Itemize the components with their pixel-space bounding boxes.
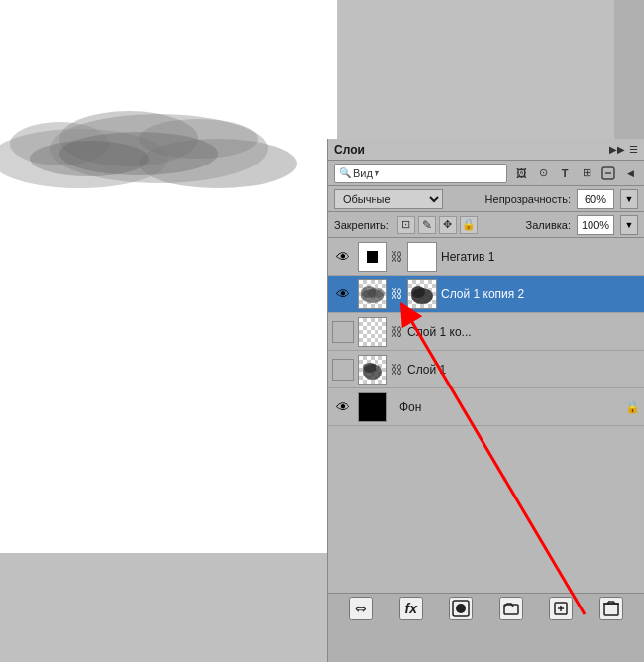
layer-row-sloi1kopiya[interactable]: ⛓ Слой 1 ко... [328, 313, 644, 351]
lock-icons-group: ⊡ ✎ ✥ 🔒 [397, 216, 478, 234]
delete-layer-icon [602, 600, 620, 617]
negativ-mask-svg [408, 243, 436, 271]
sloi1-thumb-svg [359, 356, 386, 384]
layer-mask-sloi1kopiya2 [407, 279, 437, 309]
svg-point-21 [456, 604, 466, 613]
layer-eye-sloi1kopiya2[interactable]: 👁 [332, 283, 354, 305]
layer-chain-sloi1kopiya2[interactable]: ⛓ [391, 287, 403, 301]
layer-name-fon: Фон [399, 400, 621, 414]
negativ-thumb-svg [359, 243, 386, 271]
lock-transparent-btn[interactable]: ⊡ [397, 216, 415, 234]
search-dropdown-arrow[interactable]: ▼ [373, 168, 381, 178]
search-box[interactable]: 🔍 Вид ▼ [334, 164, 507, 183]
layer-mask-negativ1 [407, 242, 437, 272]
blend-opacity-toolbar: Обычные Умножение Экран Непрозрачность: … [328, 186, 644, 212]
lock-paint-btn[interactable]: ✎ [418, 216, 436, 234]
filter-text-btn[interactable]: T [555, 164, 575, 183]
delete-layer-btn[interactable] [599, 597, 623, 620]
svg-point-17 [411, 286, 425, 298]
layer-row-negativ1[interactable]: 👁 ⛓ Негатив 1 [328, 238, 644, 276]
canvas-white [0, 0, 337, 553]
layer-name-sloi1: Слой 1 [407, 363, 640, 377]
filter-icons: 🖼 ⊙ T ⊞ [511, 164, 618, 183]
filter-toolbar: 🔍 Вид ▼ 🖼 ⊙ T ⊞ ◀ [328, 161, 644, 186]
layer-thumb-fon [358, 392, 387, 422]
layer-row-sloi1[interactable]: ⛓ Слой 1 [328, 351, 644, 388]
add-mask-icon [452, 600, 470, 617]
search-label: Вид [353, 167, 373, 179]
svg-point-7 [30, 141, 149, 176]
layer-lock-fon: 🔒 [625, 400, 640, 414]
lock-label: Закрепить: [334, 219, 389, 231]
layer-chain-negativ1[interactable]: ⛓ [391, 250, 403, 264]
new-group-icon [502, 600, 520, 617]
new-layer-icon [552, 600, 570, 617]
svg-point-19 [363, 363, 376, 373]
fill-dropdown-btn[interactable]: ▼ [620, 215, 638, 235]
blend-mode-select[interactable]: Обычные Умножение Экран [334, 189, 443, 209]
filter-adjust-btn[interactable]: ⊙ [533, 164, 553, 183]
filter-image-btn[interactable]: 🖼 [511, 164, 531, 183]
new-layer-btn[interactable] [549, 597, 573, 620]
layers-panel: Слои ▶▶ ☰ 🔍 Вид ▼ 🖼 ⊙ T ⊞ ◀ [327, 139, 644, 662]
new-group-btn[interactable] [499, 597, 523, 620]
fill-input[interactable]: 100% [577, 215, 614, 235]
layer-row-fon[interactable]: 👁 Фон 🔒 [328, 388, 644, 426]
add-mask-btn[interactable] [449, 597, 473, 620]
layer-name-sloi1kopiya2: Слой 1 копия 2 [441, 287, 640, 301]
canvas-area [0, 0, 376, 662]
lock-fill-toolbar: Закрепить: ⊡ ✎ ✥ 🔒 Заливка: 100% ▼ [328, 212, 644, 238]
canvas-cloud-svg [0, 79, 317, 208]
add-style-btn[interactable]: fx [399, 597, 423, 620]
opacity-input[interactable]: 60% [577, 189, 614, 209]
panel-header: Слои ▶▶ ☰ [328, 139, 644, 161]
svg-rect-22 [504, 605, 518, 614]
svg-rect-26 [604, 604, 618, 615]
bottom-toolbar: ⇔ fx [328, 593, 644, 622]
svg-rect-11 [367, 251, 378, 263]
collapse-icon[interactable]: ◀ [622, 164, 638, 183]
link-layers-btn[interactable]: ⇔ [349, 597, 373, 620]
panel-expand-icon[interactable]: ▶▶ [609, 144, 625, 155]
layer-eye-sloi1[interactable] [332, 359, 354, 381]
filter-shape-btn[interactable]: ⊞ [577, 164, 596, 183]
layer-thumb-sloi1-main [358, 355, 387, 385]
layer-row-sloi1kopiya2[interactable]: 👁 ⛓ Слой 1 копия 2 [328, 276, 644, 313]
svg-rect-12 [408, 243, 436, 271]
layer-chain-sloi1kopiya[interactable]: ⛓ [391, 325, 403, 339]
layer-thumb-sloi1kopiya2-main [358, 279, 387, 309]
panel-title: Слои [334, 143, 365, 157]
sloi1kopiya2-mask-svg [408, 280, 436, 308]
opacity-dropdown-btn[interactable]: ▼ [620, 189, 638, 209]
layer-thumb-sloi1kopiya-main [358, 317, 387, 347]
layer-name-negativ1: Негатив 1 [441, 250, 640, 264]
search-icon: 🔍 [339, 167, 351, 178]
lock-all-btn[interactable]: 🔒 [460, 216, 478, 234]
layer-chain-sloi1[interactable]: ⛓ [391, 363, 403, 377]
layer-eye-negativ1[interactable]: 👁 [332, 246, 354, 268]
lock-move-btn[interactable]: ✥ [439, 216, 457, 234]
sloi1kopiya2-thumb-svg [359, 280, 386, 308]
layer-thumb-negativ1-main [358, 242, 387, 272]
svg-point-15 [368, 288, 385, 298]
layer-eye-fon[interactable]: 👁 [332, 396, 354, 418]
opacity-label: Непрозрачность: [485, 193, 571, 205]
filter-smart-btn[interactable] [598, 164, 618, 183]
panel-menu-icon[interactable]: ☰ [629, 144, 638, 155]
smart-filter-icon [601, 166, 615, 180]
fill-label: Заливка: [526, 219, 571, 231]
panel-header-icons: ▶▶ ☰ [609, 144, 638, 155]
layers-list: 👁 ⛓ Негатив 1 👁 [328, 238, 644, 593]
layer-eye-sloi1kopiya[interactable] [332, 321, 354, 343]
layer-name-sloi1kopiya: Слой 1 ко... [407, 325, 640, 339]
